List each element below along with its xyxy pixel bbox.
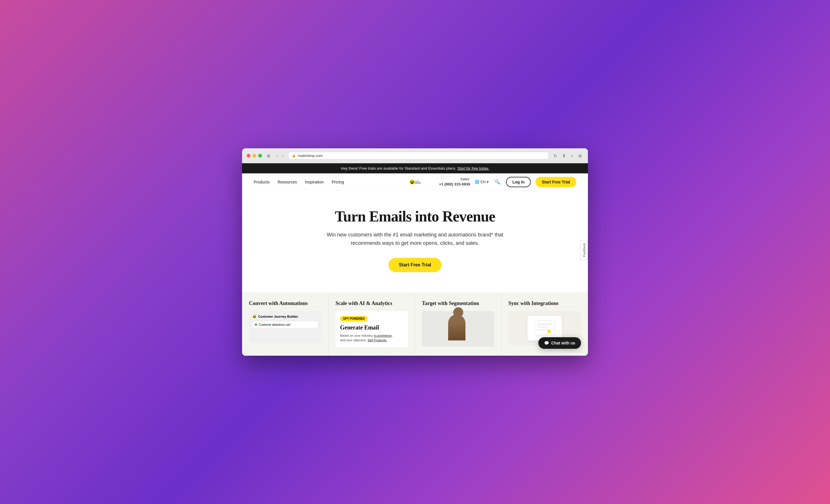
automations-card-header: Customer Journey Builder xyxy=(252,314,318,318)
page-content: Hey there! Free trials are available for… xyxy=(242,163,588,356)
mailchimp-small-icon xyxy=(252,314,256,318)
globe-icon: 🌐 xyxy=(475,180,479,184)
chat-widget[interactable]: 💬 Chat with us xyxy=(538,337,581,349)
share-button[interactable]: ⬆ xyxy=(561,153,567,159)
browser-chrome: ⊞ ‹ › 🔒 mailchimp.com ↻ ⬆ + ⊞ xyxy=(242,148,588,163)
feedback-tab[interactable]: Feedback xyxy=(580,240,588,260)
generate-email-desc: Based on your industry, e-commerce, and … xyxy=(340,333,403,343)
ai-analytics-card-content: GPT POWERED Generate Email Based on your… xyxy=(336,311,408,347)
feature-cards: Convert with Automations Customer Journe… xyxy=(242,292,588,356)
hero-subtitle: Win new customers with the #1 email mark… xyxy=(323,231,507,247)
announcement-banner: Hey there! Free trials are available for… xyxy=(242,163,588,173)
close-button[interactable] xyxy=(247,154,250,158)
search-icon: 🔍 xyxy=(494,179,500,184)
nav-right: Sales: +1 (800) 315-5939 🌐 EN ▾ 🔍 Log In… xyxy=(439,177,576,187)
feature-card-automations[interactable]: Convert with Automations Customer Journe… xyxy=(242,292,328,356)
generate-desc-2: and your objective, xyxy=(340,338,366,342)
svg-rect-12 xyxy=(538,327,548,328)
status-dot xyxy=(255,324,257,326)
automations-title: Convert with Automations xyxy=(249,300,321,306)
gpt-badge: GPT POWERED xyxy=(340,316,368,322)
automations-card-content: Customer Journey Builder Customer abando… xyxy=(249,311,321,343)
lang-label: EN xyxy=(480,180,486,184)
nav-left: Products Resources Inspiration Pricing xyxy=(254,180,344,184)
traffic-lights xyxy=(247,154,262,158)
minimize-button[interactable] xyxy=(252,154,256,158)
url-text: mailchimp.com xyxy=(298,154,323,158)
search-button[interactable]: 🔍 xyxy=(493,178,502,186)
feature-card-ai-analytics[interactable]: Scale with AI & Analytics GPT POWERED Ge… xyxy=(328,292,415,356)
nav-logo-area[interactable]: INTUIT mailchimp xyxy=(409,176,421,188)
svg-rect-11 xyxy=(538,324,552,325)
segmentation-card-content xyxy=(422,311,494,347)
hero-section: Turn Emails into Revenue Win new custome… xyxy=(242,191,588,292)
feature-card-segmentation[interactable]: Target with Segmentation xyxy=(415,292,502,356)
svg-point-9 xyxy=(254,315,255,317)
automations-card-item: Customer abandons cart xyxy=(252,322,318,328)
announcement-text: Hey there! Free trials are available for… xyxy=(341,166,456,170)
generate-desc-1: Based on your industry, xyxy=(340,334,373,337)
tab-overview-button[interactable]: ⊞ xyxy=(577,153,583,159)
chevron-down-icon: ▾ xyxy=(487,180,489,184)
person-body xyxy=(448,314,466,340)
integrations-title: Sync with Integrations xyxy=(508,300,581,306)
back-button[interactable]: ‹ xyxy=(275,153,280,159)
feedback-tab-container: Feedback xyxy=(580,240,588,260)
sales-number[interactable]: +1 (800) 315-5939 xyxy=(439,182,470,187)
announcement-link[interactable]: Start for free today. xyxy=(457,166,489,170)
svg-text:mailchimp: mailchimp xyxy=(414,182,421,184)
maximize-button[interactable] xyxy=(258,154,262,158)
start-free-trial-button-hero[interactable]: Start Free Trial xyxy=(388,258,442,272)
segmentation-title: Target with Segmentation xyxy=(422,300,494,306)
reload-button[interactable]: ↻ xyxy=(552,153,558,159)
main-navigation: Products Resources Inspiration Pricing I… xyxy=(242,173,588,191)
forward-button[interactable]: › xyxy=(281,153,285,159)
new-tab-button[interactable]: + xyxy=(570,153,575,159)
address-bar[interactable]: 🔒 mailchimp.com xyxy=(288,152,548,160)
svg-point-4 xyxy=(412,181,413,181)
sales-info: Sales: +1 (800) 315-5939 xyxy=(439,177,470,187)
svg-point-14 xyxy=(547,330,551,333)
nav-products[interactable]: Products xyxy=(254,180,269,184)
integrations-preview-svg xyxy=(533,319,556,336)
hero-title: Turn Emails into Revenue xyxy=(254,208,576,225)
generate-link-2[interactable]: Sell Products. xyxy=(368,338,387,342)
chat-label: Chat with us xyxy=(551,341,575,345)
nav-inspiration[interactable]: Inspiration xyxy=(305,180,324,184)
svg-text:INTUIT: INTUIT xyxy=(415,180,419,182)
cart-item-text: Customer abandons cart xyxy=(259,323,290,326)
automations-header-text: Customer Journey Builder xyxy=(258,315,298,318)
start-free-trial-button-nav[interactable]: Start Free Trial xyxy=(536,177,576,187)
sidebar-toggle-button[interactable]: ⊞ xyxy=(265,153,272,159)
lock-icon: 🔒 xyxy=(292,154,296,158)
mailchimp-logo-icon: INTUIT mailchimp xyxy=(409,176,421,188)
nav-pricing[interactable]: Pricing xyxy=(332,180,344,184)
ai-analytics-title: Scale with AI & Analytics xyxy=(336,300,408,306)
integrations-preview-box xyxy=(528,316,562,341)
generate-email-title: Generate Email xyxy=(340,324,403,331)
chat-bubble-icon: 💬 xyxy=(544,341,549,345)
language-button[interactable]: 🌐 EN ▾ xyxy=(475,180,489,184)
login-button[interactable]: Log In xyxy=(506,177,531,187)
sales-label: Sales: xyxy=(439,177,470,182)
generate-link-1[interactable]: e-commerce, xyxy=(374,334,392,337)
nav-resources[interactable]: Resources xyxy=(278,180,297,184)
svg-point-3 xyxy=(412,181,412,181)
